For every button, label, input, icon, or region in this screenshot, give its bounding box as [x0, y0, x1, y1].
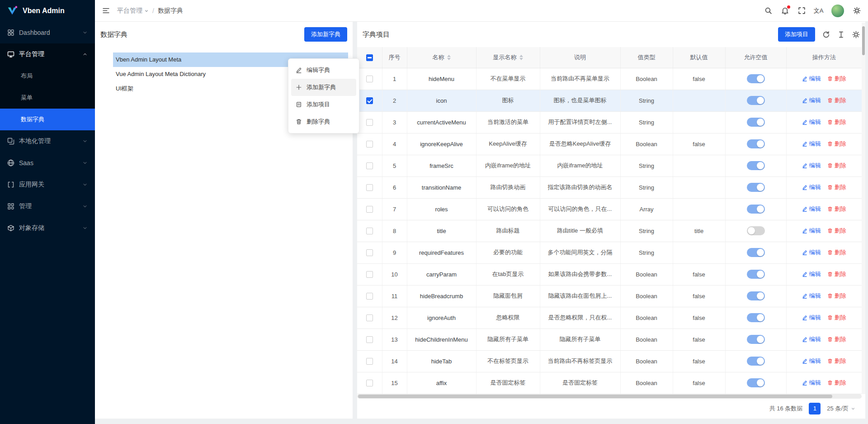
delete-button[interactable]: 删除 — [827, 314, 846, 322]
sidebar-item-platform[interactable]: 平台管理 — [0, 43, 95, 65]
row-checkbox[interactable] — [366, 336, 373, 343]
row-checkbox[interactable] — [366, 184, 373, 191]
sidebar-item-locale[interactable]: 本地化管理 — [0, 130, 95, 152]
row-checkbox[interactable] — [366, 206, 373, 213]
nullable-toggle[interactable] — [747, 378, 765, 387]
translate-icon[interactable]: 文A — [815, 7, 822, 14]
edit-button[interactable]: 编辑 — [802, 205, 821, 213]
horizontal-scrollbar-thumb[interactable] — [358, 395, 832, 398]
edit-button[interactable]: 编辑 — [802, 379, 821, 387]
nullable-toggle[interactable] — [747, 183, 765, 192]
row-checkbox[interactable] — [366, 141, 373, 148]
row-checkbox[interactable] — [366, 76, 373, 82]
column-header-name[interactable]: 名称 — [407, 47, 476, 68]
delete-button[interactable]: 删除 — [827, 335, 846, 343]
nullable-toggle[interactable] — [747, 270, 765, 279]
default-value-cell: false — [673, 68, 725, 90]
search-icon[interactable] — [764, 7, 772, 14]
sort-icon[interactable] — [519, 55, 523, 60]
nullable-toggle[interactable] — [747, 291, 765, 300]
nullable-toggle[interactable] — [747, 205, 765, 214]
delete-button[interactable]: 删除 — [827, 96, 846, 105]
row-checkbox[interactable] — [366, 119, 373, 126]
delete-button[interactable]: 删除 — [827, 270, 846, 278]
sort-icon[interactable] — [447, 55, 451, 60]
page-size-select[interactable]: 25 条/页 — [827, 405, 855, 413]
context-menu-item[interactable]: 编辑字典 — [291, 62, 356, 79]
select-all-checkbox[interactable] — [366, 54, 373, 61]
delete-button[interactable]: 删除 — [827, 292, 846, 300]
nullable-toggle[interactable] — [747, 118, 765, 127]
edit-button[interactable]: 编辑 — [802, 118, 821, 126]
page-number-button[interactable]: 1 — [809, 403, 821, 414]
context-menu-item[interactable]: 删除字典 — [291, 113, 356, 130]
edit-button[interactable]: 编辑 — [802, 248, 821, 257]
delete-button[interactable]: 删除 — [827, 357, 846, 365]
nullable-toggle[interactable] — [747, 357, 765, 366]
delete-button[interactable]: 删除 — [827, 205, 846, 213]
gear-icon[interactable] — [853, 7, 861, 14]
edit-button[interactable]: 编辑 — [802, 183, 821, 191]
edit-button[interactable]: 编辑 — [802, 140, 821, 148]
nullable-toggle[interactable] — [747, 96, 765, 105]
edit-button[interactable]: 编辑 — [802, 75, 821, 83]
edit-button[interactable]: 编辑 — [802, 162, 821, 170]
vertical-scrollbar-thumb[interactable] — [862, 26, 865, 55]
breadcrumb-item-platform[interactable]: 平台管理 — [117, 7, 149, 15]
row-checkbox[interactable] — [366, 162, 373, 169]
delete-button[interactable]: 删除 — [827, 379, 846, 387]
row-checkbox[interactable] — [366, 358, 373, 365]
row-checkbox[interactable] — [366, 97, 373, 104]
sidebar-item-admin[interactable]: 管理 — [0, 195, 95, 217]
delete-button[interactable]: 删除 — [827, 248, 846, 257]
edit-button[interactable]: 编辑 — [802, 335, 821, 343]
edit-button[interactable]: 编辑 — [802, 357, 821, 365]
nullable-toggle[interactable] — [747, 74, 765, 83]
column-header-display[interactable]: 显示名称 — [476, 47, 540, 68]
add-dictionary-button[interactable]: 添加新字典 — [304, 27, 347, 42]
delete-button[interactable]: 删除 — [827, 162, 846, 170]
sidebar-item-dashboard[interactable]: Dashboard — [0, 22, 95, 43]
item-name-cell: hideTab — [407, 350, 476, 372]
nullable-toggle[interactable] — [747, 226, 765, 235]
delete-button[interactable]: 删除 — [827, 75, 846, 83]
delete-button[interactable]: 删除 — [827, 183, 846, 191]
row-checkbox[interactable] — [366, 314, 373, 321]
row-checkbox[interactable] — [366, 380, 373, 386]
menu-fold-icon[interactable] — [102, 7, 110, 14]
notifications-button[interactable] — [781, 7, 789, 14]
logo[interactable]: Vben Admin — [0, 0, 95, 22]
avatar[interactable] — [831, 5, 844, 17]
table-settings-gear-icon[interactable] — [852, 31, 860, 38]
fullscreen-icon[interactable] — [798, 7, 806, 14]
edit-button[interactable]: 编辑 — [802, 96, 821, 105]
edit-button[interactable]: 编辑 — [802, 270, 821, 278]
edit-button[interactable]: 编辑 — [802, 292, 821, 300]
nullable-toggle[interactable] — [747, 248, 765, 257]
sidebar-subitem-dictionary[interactable]: 数据字典 — [0, 109, 95, 130]
nullable-toggle[interactable] — [747, 161, 765, 170]
add-item-button[interactable]: 添加项目 — [778, 27, 815, 42]
delete-button[interactable]: 删除 — [827, 227, 846, 235]
refresh-icon[interactable] — [822, 31, 830, 38]
row-checkbox[interactable] — [366, 228, 373, 234]
row-checkbox[interactable] — [366, 271, 373, 278]
delete-button[interactable]: 删除 — [827, 118, 846, 126]
sidebar-item-gateway[interactable]: 应用网关 — [0, 174, 95, 195]
nullable-toggle[interactable] — [747, 139, 765, 148]
context-menu-item[interactable]: 添加项目 — [291, 96, 356, 113]
sidebar-subitem-menu[interactable]: 菜单 — [0, 87, 95, 109]
nullable-toggle[interactable] — [747, 313, 765, 322]
sidebar-item-saas[interactable]: Saas — [0, 152, 95, 174]
context-menu-item[interactable]: 添加新字典 — [291, 79, 356, 96]
sidebar-subitem-layout[interactable]: 布局 — [0, 65, 95, 87]
row-checkbox[interactable] — [366, 249, 373, 256]
row-height-icon[interactable] — [837, 31, 845, 38]
breadcrumb-item-dictionary[interactable]: 数据字典 — [158, 7, 183, 15]
delete-button[interactable]: 删除 — [827, 140, 846, 148]
nullable-toggle[interactable] — [747, 335, 765, 344]
sidebar-item-storage[interactable]: 对象存储 — [0, 217, 95, 239]
edit-button[interactable]: 编辑 — [802, 227, 821, 235]
row-checkbox[interactable] — [366, 293, 373, 300]
edit-button[interactable]: 编辑 — [802, 314, 821, 322]
